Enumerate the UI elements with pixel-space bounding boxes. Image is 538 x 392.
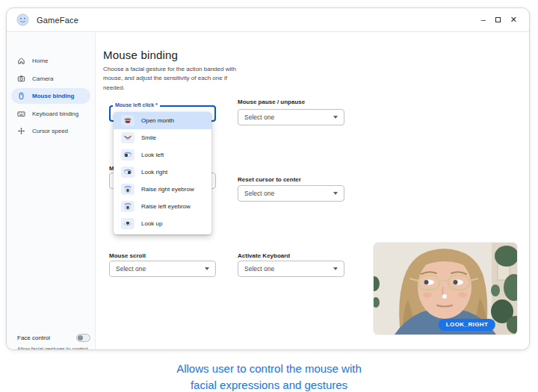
activate-keyboard-label: Activate Keyboard xyxy=(238,252,290,259)
sidebar-item-label: Home xyxy=(32,57,48,64)
cursor-speed-icon xyxy=(17,127,25,135)
menu-item-label: Raise left eyebrow xyxy=(141,203,191,210)
raise-right-eyebrow-icon xyxy=(121,184,134,195)
screenshot-caption: Allows user to control the mouse with fa… xyxy=(0,361,538,392)
gameface-logo-icon xyxy=(16,13,29,26)
eye-look-left-icon xyxy=(121,149,134,161)
menu-item-label: Raise right eyebrow xyxy=(141,186,194,193)
face-control-label: Face control xyxy=(17,335,50,341)
dropdown-caret-icon xyxy=(333,116,338,119)
mouse-pause-label: Mouse pause / unpause xyxy=(238,99,305,105)
reset-cursor-label: Reset cursor to center xyxy=(238,176,301,183)
gesture-status-badge: LOOK_RIGHT xyxy=(439,319,495,331)
eye-look-right-icon xyxy=(121,167,134,178)
select-value: Select one xyxy=(244,265,274,273)
mouth-open-icon xyxy=(121,115,134,126)
menu-item-raise-left-eyebrow[interactable]: Raise left eyebrow xyxy=(114,198,211,215)
sidebar-item-label: Cursor speed xyxy=(32,128,68,134)
menu-item-open-mouth[interactable]: Open month xyxy=(114,112,211,129)
close-button[interactable]: ✕ xyxy=(510,16,517,24)
mouse-scroll-label: Mouse scroll xyxy=(109,252,146,259)
dropdown-caret-icon xyxy=(205,267,209,270)
eye-look-up-icon xyxy=(121,218,134,229)
sidebar: Home Camera Mouse binding xyxy=(7,33,96,349)
sidebar-item-mouse-binding[interactable]: Mouse binding xyxy=(11,88,90,104)
smile-icon xyxy=(121,132,134,143)
menu-item-label: Look left xyxy=(141,152,164,158)
menu-item-label: Look right xyxy=(141,169,167,175)
sidebar-item-label: Mouse binding xyxy=(32,93,74,99)
activate-keyboard-select[interactable]: Select one xyxy=(238,261,344,277)
page-title: Mouse binding xyxy=(103,49,178,61)
sidebar-item-label: Camera xyxy=(32,75,53,82)
mouse-icon xyxy=(17,92,25,100)
menu-item-look-left[interactable]: Look left xyxy=(114,146,211,164)
maximize-icon xyxy=(495,17,501,22)
title-bar: GameFace – ✕ xyxy=(7,8,529,32)
keyboard-icon xyxy=(17,110,25,118)
minimize-button[interactable]: – xyxy=(481,16,486,24)
app-window: GameFace – ✕ Home Camera xyxy=(6,7,530,350)
raise-left-eyebrow-icon xyxy=(121,201,134,212)
menu-item-label: Open month xyxy=(141,117,174,124)
sidebar-item-cursor-speed[interactable]: Cursor speed xyxy=(11,123,90,139)
main-content: Mouse binding Choose a facial gesture fo… xyxy=(96,33,529,349)
dropdown-caret-icon xyxy=(333,192,338,195)
select-value: Select one xyxy=(244,113,274,121)
gesture-dropdown-menu: Open month Smile xyxy=(114,112,211,234)
sidebar-item-camera[interactable]: Camera xyxy=(11,71,90,87)
maximize-button[interactable] xyxy=(495,16,501,24)
sidebar-item-label: Keyboard binding xyxy=(32,111,78,117)
caption-line-2: facial expressions and gestures xyxy=(0,377,538,392)
menu-item-look-right[interactable]: Look right xyxy=(114,164,211,181)
camera-icon xyxy=(17,75,25,83)
select-value: Select one xyxy=(244,190,274,197)
face-control-description: Allow facial gestures to control your ac… xyxy=(17,346,92,350)
menu-item-label: Smile xyxy=(141,134,156,141)
home-icon xyxy=(17,57,25,65)
menu-item-raise-right-eyebrow[interactable]: Raise right eyebrow xyxy=(114,181,211,198)
dropdown-caret-icon xyxy=(333,267,338,270)
select-value: Select one xyxy=(116,265,146,273)
mouse-scroll-select[interactable]: Select one xyxy=(109,261,216,277)
sidebar-item-keyboard-binding[interactable]: Keyboard binding xyxy=(11,106,90,122)
menu-item-label: Look up xyxy=(141,220,162,227)
toggle-knob xyxy=(78,335,83,340)
face-control-toggle[interactable] xyxy=(76,334,90,342)
webcam-preview: LOOK_RIGHT xyxy=(374,243,517,335)
mouse-pause-select[interactable]: Select one xyxy=(238,109,344,125)
caption-line-1: Allows user to control the mouse with xyxy=(0,361,538,377)
page-description: Choose a facial gesture for the action b… xyxy=(103,65,238,93)
sidebar-item-home[interactable]: Home xyxy=(11,53,90,69)
mouse-left-click-label: Mouse left click * xyxy=(113,102,160,108)
menu-item-look-up[interactable]: Look up xyxy=(114,215,211,232)
app-title: GameFace xyxy=(37,16,78,25)
menu-item-smile[interactable]: Smile xyxy=(114,129,211,146)
reset-cursor-select[interactable]: Select one xyxy=(238,185,344,202)
